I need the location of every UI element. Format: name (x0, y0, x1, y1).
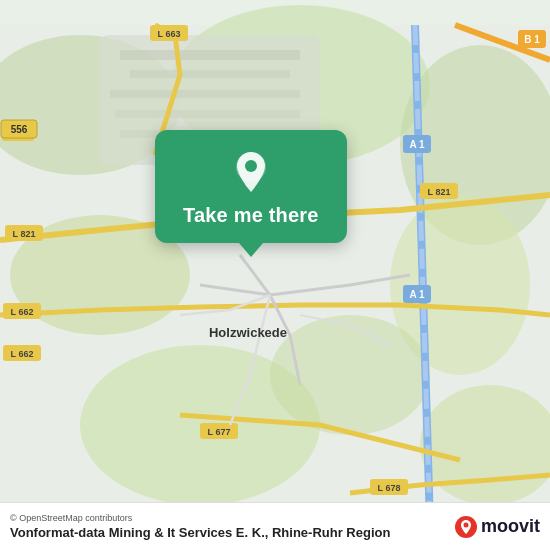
map-background: A 1 A 1 B 1 L 663 L 821 L 821 L 662 L 66… (0, 0, 550, 550)
svg-text:L 662: L 662 (11, 307, 34, 317)
moovit-logo: moovit (455, 516, 540, 538)
popup-card: Take me there (155, 130, 347, 243)
svg-text:A 1: A 1 (409, 139, 425, 150)
svg-text:L 677: L 677 (208, 427, 231, 437)
location-pin-icon (227, 148, 275, 196)
svg-text:556: 556 (11, 124, 28, 135)
svg-text:L 663: L 663 (158, 29, 181, 39)
moovit-icon (455, 516, 477, 538)
svg-point-43 (463, 522, 468, 527)
svg-point-41 (245, 160, 257, 172)
take-me-there-button[interactable]: Take me there (183, 204, 319, 227)
svg-text:A 1: A 1 (409, 289, 425, 300)
svg-text:L 821: L 821 (428, 187, 451, 197)
bottom-bar: © OpenStreetMap contributors Vonformat-d… (0, 502, 550, 550)
svg-rect-11 (130, 70, 290, 78)
location-title: Vonformat-data Mining & It Services E. K… (10, 525, 390, 540)
svg-point-8 (270, 315, 430, 435)
svg-text:Holzwickede: Holzwickede (209, 325, 287, 340)
svg-text:L 678: L 678 (378, 483, 401, 493)
svg-text:B 1: B 1 (524, 34, 540, 45)
moovit-brand-text: moovit (481, 516, 540, 537)
osm-credit: © OpenStreetMap contributors (10, 513, 390, 523)
location-info: © OpenStreetMap contributors Vonformat-d… (10, 513, 390, 540)
svg-rect-13 (115, 110, 300, 118)
svg-text:L 662: L 662 (11, 349, 34, 359)
svg-text:L 821: L 821 (13, 229, 36, 239)
svg-rect-12 (110, 90, 300, 98)
map-container: A 1 A 1 B 1 L 663 L 821 L 821 L 662 L 66… (0, 0, 550, 550)
svg-rect-10 (120, 50, 300, 60)
